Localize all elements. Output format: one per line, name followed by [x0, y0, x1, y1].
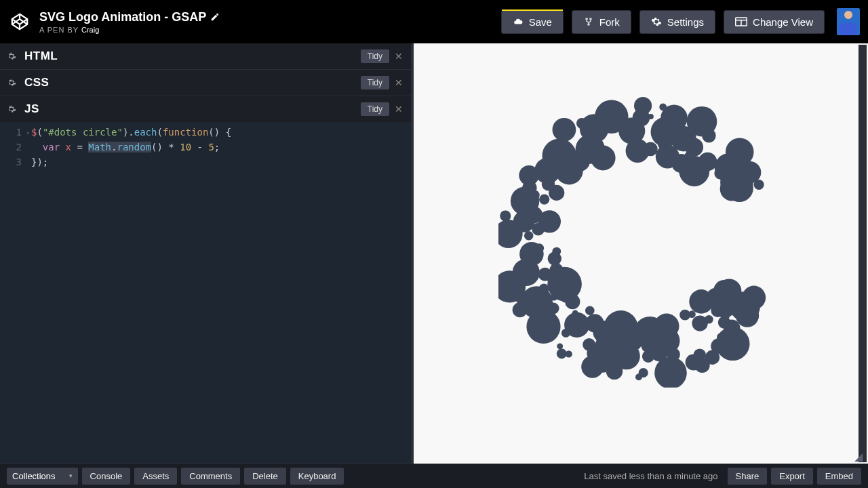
line-number: 1	[0, 125, 26, 140]
svg-point-64	[654, 314, 679, 339]
js-gear-icon[interactable]	[3, 100, 20, 118]
css-close-icon[interactable]: ✕	[389, 77, 408, 88]
title-area: SVG Logo Animation - GSAP A PEN BY Craig	[39, 10, 493, 34]
svg-point-106	[552, 247, 561, 256]
edit-icon[interactable]	[210, 12, 220, 22]
line-number: 3	[0, 155, 26, 169]
svg-point-108	[694, 348, 706, 361]
js-code-area[interactable]: 1 $("#dots circle").each(function() { 2 …	[0, 122, 411, 463]
preview-pane	[414, 43, 868, 464]
comments-button[interactable]: Comments	[181, 468, 240, 485]
svg-point-114	[521, 286, 553, 319]
codepen-logo[interactable]	[8, 10, 31, 33]
svg-point-75	[572, 310, 578, 316]
svg-point-94	[656, 145, 679, 169]
svg-point-127	[720, 177, 744, 201]
css-gear-icon[interactable]	[3, 74, 20, 92]
svg-point-93	[692, 315, 707, 331]
svg-point-70	[654, 357, 687, 387]
code-text: });	[26, 155, 48, 169]
svg-point-77	[679, 310, 690, 321]
embed-button[interactable]: Embed	[817, 468, 861, 485]
css-header: CSS Tidy ✕	[0, 70, 411, 96]
save-button[interactable]: Save	[501, 10, 564, 34]
html-label: HTML	[24, 49, 58, 63]
svg-point-83	[566, 177, 573, 184]
change-view-label: Change View	[753, 16, 813, 28]
svg-point-87	[587, 344, 606, 363]
html-editor: HTML Tidy ✕	[0, 43, 411, 70]
gear-icon	[651, 16, 662, 27]
share-button[interactable]: Share	[728, 468, 768, 485]
svg-point-137	[742, 286, 766, 310]
preview-svg	[498, 96, 783, 388]
fork-label: Fork	[599, 16, 620, 28]
fork-button[interactable]: Fork	[572, 10, 631, 34]
avatar[interactable]	[837, 8, 860, 35]
line-number: 2	[0, 140, 26, 155]
editors-pane: HTML Tidy ✕ CSS Tidy ✕ JS	[0, 43, 414, 464]
svg-point-89	[687, 106, 717, 137]
svg-point-102	[585, 306, 595, 316]
author-link[interactable]: Craig	[81, 26, 99, 34]
svg-point-57	[539, 195, 549, 205]
collections-label: Collections	[12, 471, 56, 481]
save-status: Last saved less than a minute ago	[584, 471, 717, 481]
js-close-icon[interactable]: ✕	[389, 104, 408, 115]
fork-icon	[583, 17, 594, 26]
svg-point-85	[547, 267, 582, 302]
header: SVG Logo Animation - GSAP A PEN BY Craig…	[0, 0, 868, 43]
settings-button[interactable]: Settings	[639, 10, 715, 34]
svg-point-116	[648, 114, 654, 119]
pen-title-text: SVG Logo Animation - GSAP	[39, 10, 206, 24]
js-label: JS	[24, 102, 39, 116]
svg-point-98	[629, 325, 638, 334]
footer: Collections Console Assets Comments Dele…	[0, 464, 868, 488]
code-line-2: 2 var x = Math.random() * 10 - 5;	[0, 140, 411, 155]
css-label: CSS	[24, 76, 49, 89]
html-close-icon[interactable]: ✕	[389, 51, 408, 62]
svg-point-111	[635, 373, 642, 380]
svg-point-100	[679, 156, 709, 186]
collections-dropdown[interactable]: Collections	[7, 468, 78, 485]
svg-point-72	[660, 104, 688, 131]
js-header: JS Tidy ✕	[0, 96, 411, 122]
pen-title[interactable]: SVG Logo Animation - GSAP	[39, 10, 493, 24]
svg-point-105	[538, 268, 552, 281]
html-header: HTML Tidy ✕	[0, 43, 411, 69]
svg-point-104	[524, 231, 534, 241]
html-gear-icon[interactable]	[3, 47, 20, 65]
pen-byline: A PEN BY Craig	[39, 26, 493, 34]
svg-point-76	[530, 190, 540, 200]
svg-point-124	[754, 180, 764, 190]
console-button[interactable]: Console	[82, 468, 131, 485]
byline-prefix: A PEN BY	[39, 26, 79, 34]
keyboard-button[interactable]: Keyboard	[290, 468, 344, 485]
svg-point-101	[595, 340, 604, 348]
svg-point-35	[557, 343, 563, 349]
assets-button[interactable]: Assets	[134, 468, 177, 485]
delete-button[interactable]: Delete	[244, 468, 286, 485]
code-line-3: 3 });	[0, 155, 411, 169]
change-view-button[interactable]: Change View	[724, 10, 825, 34]
svg-point-103	[557, 348, 567, 359]
save-label: Save	[529, 16, 552, 28]
svg-point-47	[580, 114, 609, 143]
code-text: $("#dots circle").each(function() {	[26, 125, 231, 140]
svg-point-18	[553, 118, 576, 142]
code-line-1: 1 $("#dots circle").each(function() {	[0, 125, 411, 140]
settings-label: Settings	[667, 16, 704, 28]
html-tidy-button[interactable]: Tidy	[361, 49, 389, 63]
css-tidy-button[interactable]: Tidy	[361, 76, 389, 89]
svg-point-65	[564, 312, 589, 338]
js-tidy-button[interactable]: Tidy	[361, 102, 389, 116]
svg-point-112	[716, 327, 750, 361]
svg-point-113	[618, 118, 645, 144]
scrollbar[interactable]	[859, 45, 867, 462]
svg-point-110	[642, 350, 654, 363]
export-button[interactable]: Export	[771, 468, 813, 485]
svg-point-63	[513, 259, 540, 286]
svg-point-88	[534, 243, 544, 253]
cloud-icon	[513, 17, 524, 26]
svg-point-109	[513, 211, 535, 232]
